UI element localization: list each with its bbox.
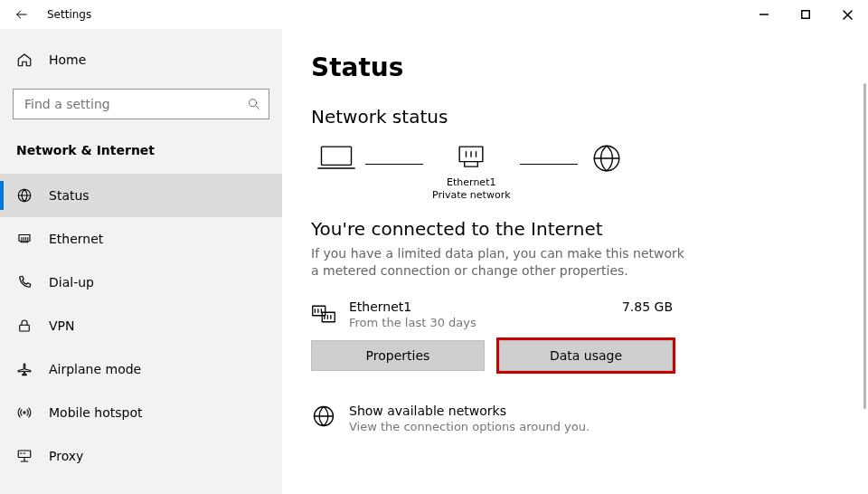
adapter-icon	[451, 142, 491, 175]
proxy-icon	[16, 448, 33, 464]
sidebar-item-dialup[interactable]: Dial-up	[0, 261, 282, 304]
svg-rect-0	[802, 11, 810, 19]
adapter-name: Ethernet1	[349, 299, 622, 314]
show-networks-link[interactable]: Show available networks View the connect…	[311, 404, 839, 433]
svg-rect-4	[20, 325, 30, 331]
minimize-button[interactable]	[743, 0, 785, 29]
diagram-line	[520, 164, 578, 165]
close-button[interactable]	[826, 0, 868, 29]
adapter-sub: From the last 30 days	[349, 316, 622, 329]
computer-icon	[316, 142, 356, 175]
show-networks-sub: View the connection options around you.	[349, 420, 590, 433]
adapter-buttons: Properties Data usage	[311, 340, 839, 371]
sidebar-item-proxy[interactable]: Proxy	[0, 434, 282, 478]
sidebar-item-label: Mobile hotspot	[49, 405, 143, 420]
svg-rect-6	[18, 451, 31, 458]
maximize-icon	[801, 10, 810, 19]
sidebar-home[interactable]: Home	[0, 42, 282, 78]
sidebar-item-vpn[interactable]: VPN	[0, 304, 282, 347]
section-title: Network status	[311, 106, 839, 128]
back-button[interactable]	[7, 0, 36, 29]
sidebar-item-status[interactable]: Status	[0, 174, 282, 217]
dialup-icon	[16, 274, 33, 290]
airplane-icon	[16, 361, 33, 377]
arrow-left-icon	[14, 7, 29, 22]
network-diagram: Ethernet1 Private network	[316, 142, 839, 202]
sidebar-home-label: Home	[49, 52, 86, 67]
home-icon	[16, 52, 33, 68]
close-icon	[843, 10, 853, 20]
show-networks-title: Show available networks	[349, 404, 590, 418]
sidebar-item-hotspot[interactable]: Mobile hotspot	[0, 391, 282, 434]
sidebar: Home Network & Internet Status	[0, 29, 282, 494]
search-box[interactable]	[13, 89, 269, 119]
svg-point-5	[24, 412, 25, 413]
sidebar-item-label: Ethernet	[49, 232, 103, 246]
search-icon	[247, 97, 261, 111]
sidebar-category: Network & Internet	[0, 127, 282, 174]
connected-title: You're connected to the Internet	[311, 218, 839, 240]
search-input[interactable]	[23, 96, 238, 112]
maximize-button[interactable]	[785, 0, 826, 29]
sidebar-item-label: Status	[49, 188, 90, 203]
sidebar-item-ethernet[interactable]: Ethernet	[0, 217, 282, 261]
sidebar-item-label: Proxy	[49, 449, 83, 463]
connected-desc: If you have a limited data plan, you can…	[311, 245, 691, 280]
ethernet-icon	[16, 231, 33, 247]
diagram-adapter-label: Ethernet1	[447, 176, 495, 188]
page-title: Status	[311, 52, 839, 82]
sidebar-nav: Status Ethernet Dial-up	[0, 174, 282, 478]
ethernet-adapter-icon	[311, 303, 336, 325]
diagram-adapter-sub: Private network	[432, 189, 511, 201]
vpn-icon	[16, 318, 33, 334]
window-title: Settings	[47, 8, 91, 21]
globe-net-icon	[311, 404, 336, 429]
diagram-line	[365, 164, 423, 165]
globe-icon	[587, 142, 627, 175]
adapter-row: Ethernet1 From the last 30 days 7.85 GB	[311, 299, 839, 329]
hotspot-icon	[16, 404, 33, 421]
main-content: Status Network status Ethernet1 Private	[282, 29, 868, 494]
svg-rect-7	[322, 147, 352, 165]
sidebar-item-label: Dial-up	[49, 275, 94, 290]
adapter-usage: 7.85 GB	[622, 299, 673, 314]
status-icon	[16, 187, 33, 204]
properties-button[interactable]: Properties	[311, 340, 485, 371]
sidebar-item-label: VPN	[49, 318, 75, 333]
minimize-icon	[760, 10, 769, 19]
data-usage-button[interactable]: Data usage	[499, 340, 673, 371]
sidebar-item-label: Airplane mode	[49, 362, 141, 376]
sidebar-item-airplane[interactable]: Airplane mode	[0, 347, 282, 391]
